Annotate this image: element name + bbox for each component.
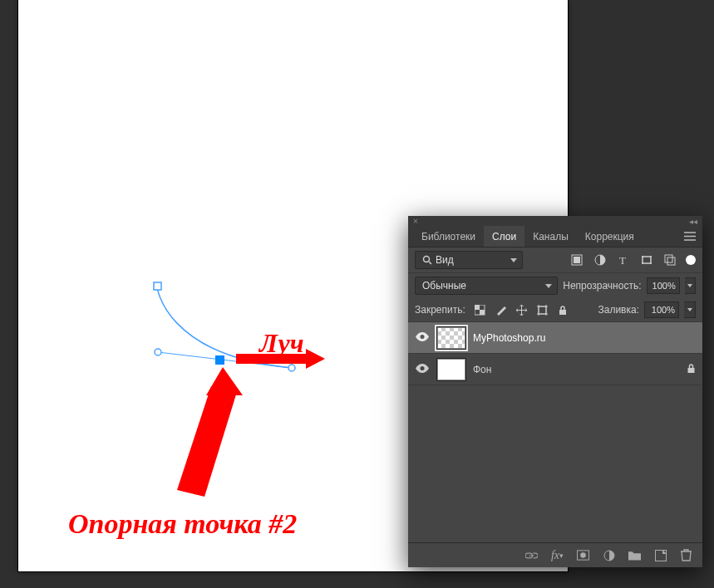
eye-icon [416, 364, 429, 373]
svg-point-9 [424, 257, 430, 262]
blend-opacity-row: Обычные Непрозрачность: 100% [408, 273, 702, 298]
lock-artboard-icon[interactable] [536, 304, 549, 316]
new-layer-icon[interactable] [654, 549, 667, 561]
filter-pixel-icon[interactable] [570, 254, 583, 267]
fill-chevron-icon[interactable] [684, 301, 696, 318]
layer-thumbnail[interactable] [436, 358, 466, 381]
filter-toggle[interactable] [686, 255, 696, 265]
layers-list: MyPhotoshop.ru Фон [408, 322, 702, 542]
svg-point-18 [642, 262, 643, 264]
layers-panel: × ◂◂ Библиотеки Слои Каналы Коррекция Ви… [408, 216, 702, 567]
svg-rect-30 [559, 310, 566, 315]
close-icon[interactable]: × [413, 217, 418, 226]
lock-fill-row: Закрепить: Заливка: 100% [408, 298, 702, 322]
svg-point-4 [288, 365, 295, 371]
layer-name[interactable]: Фон [473, 364, 491, 375]
tab-libraries[interactable]: Библиотеки [413, 226, 484, 247]
svg-point-19 [650, 262, 652, 264]
svg-point-31 [421, 335, 425, 339]
panel-titlebar[interactable]: × ◂◂ [408, 216, 702, 226]
blend-mode-value: Обычные [422, 280, 466, 292]
svg-point-3 [155, 349, 161, 355]
svg-point-16 [642, 256, 643, 257]
lock-label: Закрепить: [415, 304, 465, 316]
layer-mask-icon[interactable] [577, 549, 589, 561]
adjustment-layer-icon[interactable] [603, 549, 615, 561]
filter-smart-icon[interactable] [663, 254, 676, 267]
annotation-anchor-point: Опорная точка #2 [68, 508, 297, 540]
panel-tabs: Библиотеки Слои Каналы Коррекция [408, 226, 702, 247]
lock-all-icon[interactable] [557, 304, 569, 316]
tab-layers[interactable]: Слои [484, 226, 524, 247]
layer-style-icon[interactable]: fx▾ [551, 549, 564, 561]
layer-filter-label: Вид [436, 254, 454, 266]
filter-type-icon[interactable]: T [617, 254, 629, 267]
layer-row[interactable]: Фон [408, 354, 702, 385]
filter-shape-icon[interactable] [640, 254, 652, 267]
annotation-ray: Луч [259, 328, 304, 359]
fill-label: Заливка: [598, 304, 639, 316]
svg-line-10 [429, 262, 431, 264]
svg-rect-1 [154, 282, 161, 290]
tab-channels[interactable]: Каналы [524, 226, 577, 247]
svg-rect-21 [667, 257, 675, 265]
svg-point-32 [421, 366, 425, 370]
opacity-value[interactable]: 100% [647, 277, 680, 294]
svg-point-35 [580, 552, 586, 558]
svg-point-17 [650, 256, 652, 257]
svg-rect-33 [688, 368, 695, 373]
filter-adjust-icon[interactable] [593, 254, 606, 267]
svg-rect-12 [574, 257, 580, 263]
lock-icon[interactable] [687, 363, 696, 376]
opacity-chevron-icon[interactable] [685, 277, 696, 294]
svg-text:T: T [619, 254, 626, 266]
svg-marker-6 [306, 349, 325, 369]
layer-filter-select[interactable]: Вид [415, 251, 523, 269]
lock-transparency-icon[interactable] [474, 304, 486, 316]
svg-rect-22 [475, 305, 480, 310]
layer-name[interactable]: MyPhotoshop.ru [473, 332, 545, 344]
visibility-toggle[interactable] [415, 332, 430, 344]
layer-filter-row: Вид T [408, 247, 702, 273]
new-group-icon[interactable] [628, 549, 641, 561]
blend-mode-select[interactable]: Обычные [415, 277, 558, 295]
svg-rect-25 [539, 306, 546, 314]
lock-pixels-icon[interactable] [495, 304, 507, 316]
collapse-icon[interactable]: ◂◂ [689, 217, 697, 226]
svg-rect-37 [655, 550, 666, 561]
svg-rect-20 [665, 255, 672, 262]
lock-position-icon[interactable] [515, 304, 528, 316]
delete-layer-icon[interactable] [680, 549, 692, 561]
link-layers-icon[interactable] [525, 549, 538, 561]
fill-value[interactable]: 100% [644, 301, 679, 318]
panel-menu-icon[interactable] [677, 226, 702, 247]
panel-footer: fx▾ [408, 542, 702, 567]
svg-rect-2 [215, 355, 224, 365]
layer-thumbnail[interactable] [436, 326, 466, 350]
eye-icon [416, 332, 429, 341]
opacity-label: Непрозрачность: [563, 280, 641, 292]
svg-rect-15 [643, 257, 651, 263]
layer-row[interactable]: MyPhotoshop.ru [408, 322, 702, 354]
svg-marker-8 [177, 386, 237, 497]
visibility-toggle[interactable] [415, 364, 430, 375]
svg-rect-23 [480, 310, 485, 315]
tab-adjustments[interactable]: Коррекция [577, 226, 643, 247]
